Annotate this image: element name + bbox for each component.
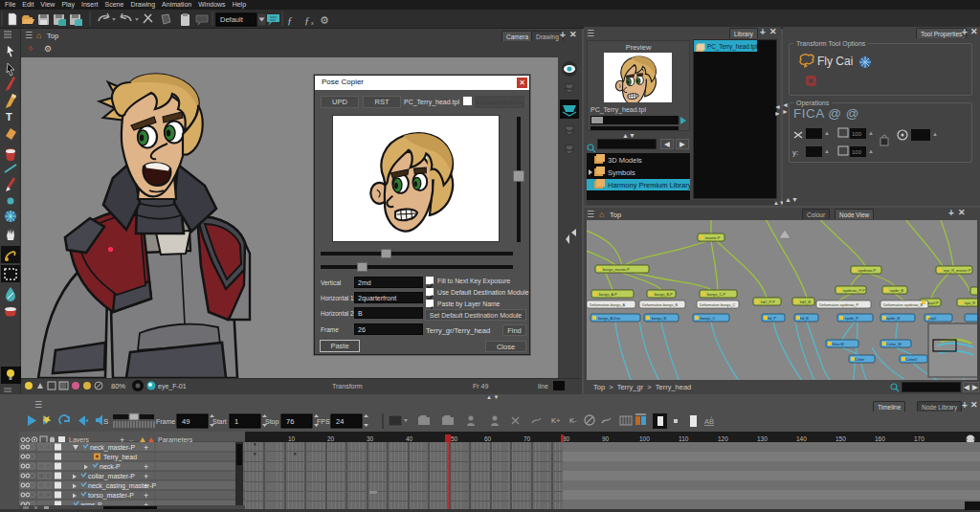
svg-text:+: + <box>144 472 148 481</box>
svg-text:bangs_A-Drw: bangs_A-Drw <box>598 317 620 321</box>
svg-text:3D Models: 3D Models <box>608 156 642 165</box>
svg-text:▲: ▲ <box>868 130 874 136</box>
svg-text:+: + <box>144 443 148 453</box>
svg-text:pupil-P: pupil-P <box>927 301 939 305</box>
svg-text:80%: 80% <box>111 382 125 390</box>
svg-text:torso_master-P: torso_master-P <box>88 492 134 500</box>
svg-text:Deformation-eyebrow_B: Deformation-eyebrow_B <box>883 303 923 307</box>
svg-text:AB̒: AB̒ <box>704 416 714 426</box>
svg-text:collar_master-P: collar_master-P <box>88 473 135 480</box>
svg-text:S: S <box>103 417 108 426</box>
svg-text:Stop: Stop <box>265 418 279 426</box>
svg-text:neck_master-P: neck_master-P <box>90 444 135 452</box>
svg-text:100: 100 <box>852 131 862 137</box>
svg-text:Start: Start <box>212 418 227 425</box>
svg-text:K-: K- <box>569 416 577 425</box>
svg-text:76: 76 <box>286 417 294 426</box>
svg-text:neck-P: neck-P <box>100 463 121 470</box>
svg-text:x: x <box>311 20 314 26</box>
svg-text:Cutter_M: Cutter_M <box>886 343 902 346</box>
svg-text:eyebr_P: eyebr_P <box>845 317 859 321</box>
svg-text:K+: K+ <box>551 416 561 425</box>
svg-text:hd_P: hd_P <box>768 317 776 321</box>
svg-text:Deformation-eyebrow_P: Deformation-eyebrow_P <box>819 303 858 307</box>
svg-text:bangs_C-P: bangs_C-P <box>707 293 725 297</box>
svg-text:▲: ▲ <box>932 131 938 137</box>
svg-text:24: 24 <box>336 417 344 426</box>
svg-text:FPS: FPS <box>317 418 330 425</box>
svg-text:pupil: pupil <box>928 317 936 321</box>
svg-text:eyebr_B: eyebr_B <box>890 289 904 293</box>
svg-text:Harmony Premium Library: Harmony Premium Library <box>608 181 690 189</box>
svg-text:Frame: Frame <box>156 418 175 425</box>
svg-text:bangs_C: bangs_C <box>701 317 715 321</box>
svg-text:+: + <box>144 491 148 501</box>
svg-text:100: 100 <box>852 149 862 155</box>
svg-text:Cutter2: Cutter2 <box>905 358 917 362</box>
svg-text:Fr 49: Fr 49 <box>473 383 488 390</box>
svg-text:▲: ▲ <box>824 130 830 136</box>
svg-text:▲: ▲ <box>824 148 830 154</box>
svg-text:eyebrow-P: eyebrow-P <box>858 269 877 273</box>
svg-text:hd2_P-P: hd2_P-P <box>761 301 775 304</box>
svg-text:bangs_master-P: bangs_master-P <box>603 268 630 272</box>
svg-text:T: T <box>6 111 12 122</box>
svg-text:+: + <box>144 462 148 472</box>
svg-text:+: + <box>144 481 148 491</box>
svg-text:bangs_B: bangs_B <box>652 317 666 321</box>
svg-text:Deformation-bangs_C: Deformation-bangs_C <box>700 303 735 307</box>
svg-text:⚙: ⚙ <box>320 14 329 26</box>
svg-text:master-P: master-P <box>705 236 721 240</box>
svg-text:Deformation-bangs_A: Deformation-bangs_A <box>590 303 625 307</box>
svg-text:hd2_B: hd2_B <box>800 301 811 304</box>
svg-text:eyebrow_P-P: eyebrow_P-P <box>843 289 865 293</box>
svg-text:▲: ▲ <box>868 148 874 154</box>
svg-text:Transform: Transform <box>332 383 363 390</box>
svg-text:bangs_A-P: bangs_A-P <box>599 293 617 297</box>
svg-text:bangs_B-P: bangs_B-P <box>655 293 673 297</box>
svg-text:eye_R: eye_R <box>965 301 975 305</box>
svg-text:line: line <box>538 383 548 390</box>
svg-text:ƒ: ƒ <box>287 14 293 26</box>
svg-text:eye_F-01: eye_F-01 <box>158 383 187 390</box>
svg-text:eye_R_master-P: eye_R_master-P <box>944 269 971 273</box>
svg-text:hd_B: hd_B <box>800 317 809 321</box>
svg-text:Terry_head: Terry_head <box>103 454 137 461</box>
svg-text:ƒ: ƒ <box>304 14 310 26</box>
svg-text:Symbols: Symbols <box>608 168 635 177</box>
svg-text:Glue-W: Glue-W <box>832 343 844 346</box>
svg-text:Cutter: Cutter <box>855 358 865 362</box>
svg-text:Default: Default <box>220 15 244 24</box>
svg-text:eyebr_B: eyebr_B <box>886 317 901 321</box>
svg-text:Deformation-bangs_B: Deformation-bangs_B <box>642 303 678 307</box>
svg-text:1: 1 <box>234 417 238 426</box>
svg-text:y:: y: <box>792 148 798 157</box>
svg-text:49: 49 <box>182 417 189 426</box>
